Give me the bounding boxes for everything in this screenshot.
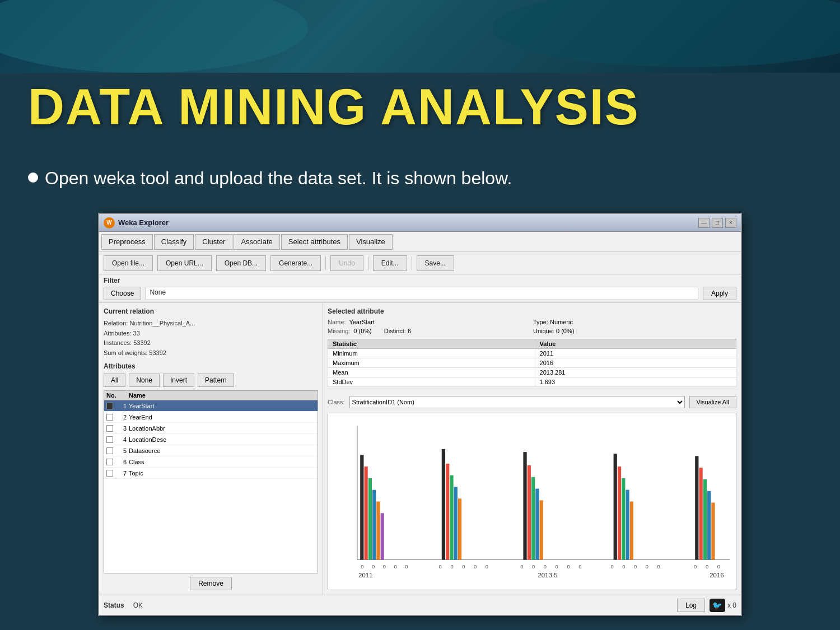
attr-row-1[interactable]: 1 YearStart xyxy=(104,400,318,412)
class-row: Class: StratificationID1 (Nom) Visualize… xyxy=(328,396,736,408)
title-bar-controls: — □ × xyxy=(698,218,736,228)
attr-unique-row: Unique: 0 (0%) xyxy=(533,328,736,334)
attr-no-3: 3 xyxy=(115,425,127,432)
menu-bar: Preprocess Classify Cluster Associate Se… xyxy=(99,232,741,252)
attr-checkbox-2[interactable] xyxy=(106,414,113,421)
svg-text:0: 0 xyxy=(646,564,648,570)
svg-text:0: 0 xyxy=(372,564,375,570)
remove-button[interactable]: Remove xyxy=(190,577,232,590)
open-url-button[interactable]: Open URL... xyxy=(157,255,212,271)
attr-row-5[interactable]: 5 Datasource xyxy=(104,445,318,456)
attributes-label: Attributes xyxy=(104,362,318,370)
svg-rect-3 xyxy=(364,466,367,559)
attr-all-button[interactable]: All xyxy=(104,374,125,387)
svg-text:0: 0 xyxy=(462,564,465,570)
class-select[interactable]: StratificationID1 (Nom) xyxy=(349,396,685,408)
visualize-all-button[interactable]: Visualize All xyxy=(689,396,737,408)
attr-name-2: YearEnd xyxy=(129,414,152,421)
attr-row-2[interactable]: 2 YearEnd xyxy=(104,412,318,423)
maximize-button[interactable]: □ xyxy=(712,218,723,228)
save-button[interactable]: Save... xyxy=(417,255,454,271)
stats-stddev-value: 1.693 xyxy=(535,377,736,387)
open-db-button[interactable]: Open DB... xyxy=(216,255,266,271)
attr-name-6: Class xyxy=(129,459,144,465)
svg-text:0: 0 xyxy=(694,564,697,570)
attr-name-1: YearStart xyxy=(129,403,154,409)
type-value: Type: Numeric xyxy=(533,319,573,325)
svg-rect-38 xyxy=(630,502,633,560)
close-button[interactable]: × xyxy=(725,218,736,228)
name-value: YearStart xyxy=(349,319,374,325)
svg-rect-7 xyxy=(381,513,384,559)
svg-text:0: 0 xyxy=(486,564,488,570)
menu-associate[interactable]: Associate xyxy=(234,234,279,250)
attr-checkbox-4[interactable] xyxy=(106,436,113,443)
stats-row-min: Minimum 2011 xyxy=(328,349,736,358)
attr-missing-row: Missing: 0 (0%) Distinct: 6 xyxy=(328,328,531,334)
svg-rect-14 xyxy=(446,464,449,560)
attr-row-7[interactable]: 7 Topic xyxy=(104,468,318,479)
svg-rect-16 xyxy=(454,487,458,560)
attr-name-4: LocationDesc xyxy=(129,436,166,443)
open-file-button[interactable]: Open file... xyxy=(104,255,153,271)
attr-checkbox-7[interactable] xyxy=(106,470,113,477)
attr-row-6[interactable]: 6 Class xyxy=(104,456,318,468)
stats-table: Statistic Value Minimum 2011 Maximum 201… xyxy=(328,339,736,387)
relation-attributes: Attributes: 33 xyxy=(104,329,318,339)
undo-button[interactable]: Undo xyxy=(330,255,363,271)
svg-rect-6 xyxy=(376,502,380,560)
svg-rect-46 xyxy=(703,479,707,560)
svg-rect-47 xyxy=(707,491,711,560)
generate-button[interactable]: Generate... xyxy=(270,255,321,271)
log-button[interactable]: Log xyxy=(677,599,705,612)
svg-rect-17 xyxy=(458,498,461,559)
attr-checkbox-6[interactable] xyxy=(106,459,113,465)
filter-choose-button[interactable]: Choose xyxy=(104,287,141,300)
svg-rect-36 xyxy=(622,478,625,560)
attr-name-7: Topic xyxy=(129,470,143,477)
svg-text:0: 0 xyxy=(567,564,570,570)
svg-text:0: 0 xyxy=(520,564,523,570)
attr-details-grid: Name: YearStart Type: Numeric Missing: 0… xyxy=(328,319,736,334)
missing-label: Missing: xyxy=(328,328,350,334)
stats-min-label: Minimum xyxy=(328,349,535,358)
attr-none-button[interactable]: None xyxy=(129,374,160,387)
stats-row-mean: Mean 2013.281 xyxy=(328,368,736,377)
menu-select-attributes[interactable]: Select attributes xyxy=(281,234,348,250)
attr-buttons: All None Invert Pattern xyxy=(104,374,318,387)
window-title: Weka Explorer xyxy=(118,218,169,227)
relation-instances: Instances: 53392 xyxy=(104,338,318,348)
filter-area: Filter Choose None Apply xyxy=(99,274,741,303)
menu-classify[interactable]: Classify xyxy=(154,234,194,250)
minimize-button[interactable]: — xyxy=(698,218,710,228)
menu-cluster[interactable]: Cluster xyxy=(195,234,232,250)
svg-rect-13 xyxy=(442,449,445,560)
menu-preprocess[interactable]: Preprocess xyxy=(101,234,153,250)
attr-checkbox-1[interactable] xyxy=(106,403,113,409)
attr-pattern-button[interactable]: Pattern xyxy=(198,374,234,387)
svg-text:0: 0 xyxy=(361,564,363,570)
left-panel: Current relation Relation: Nutrition__Ph… xyxy=(99,303,323,595)
attr-invert-button[interactable]: Invert xyxy=(163,374,194,387)
svg-text:0: 0 xyxy=(556,564,558,570)
attr-row-3[interactable]: 3 LocationAbbr xyxy=(104,423,318,434)
attr-row-4[interactable]: 4 LocationDesc xyxy=(104,434,318,445)
filter-apply-button[interactable]: Apply xyxy=(703,287,736,300)
edit-button[interactable]: Edit... xyxy=(373,255,407,271)
title-bar-left: W Weka Explorer xyxy=(104,217,169,228)
menu-visualize[interactable]: Visualize xyxy=(349,234,393,250)
toolbar-separator-3 xyxy=(412,256,412,270)
status-value: OK xyxy=(133,601,677,609)
svg-text:0: 0 xyxy=(474,564,477,570)
attr-header-name: Name xyxy=(129,392,315,399)
chart-label-2011: 2011 xyxy=(358,572,372,578)
attr-checkbox-3[interactable] xyxy=(106,425,113,432)
svg-text:0: 0 xyxy=(634,564,637,570)
weka-app-icon: W xyxy=(104,217,115,228)
attr-checkbox-5[interactable] xyxy=(106,447,113,454)
attr-name-5: Datasource xyxy=(129,447,160,454)
svg-text:0: 0 xyxy=(383,564,386,570)
filter-row: Choose None Apply xyxy=(104,287,736,300)
svg-rect-24 xyxy=(528,465,531,559)
toolbar: Open file... Open URL... Open DB... Gene… xyxy=(99,252,741,274)
